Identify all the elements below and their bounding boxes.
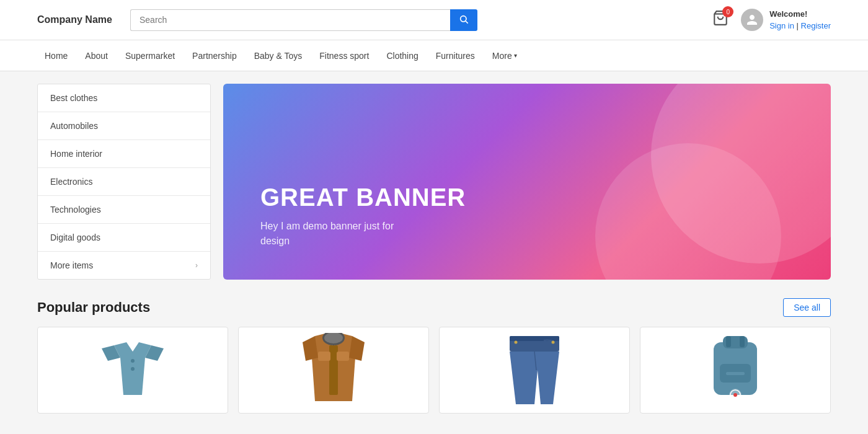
svg-rect-29	[740, 336, 745, 347]
product-card-1[interactable]	[37, 327, 228, 414]
nav-item-fitness[interactable]: Fitness sport	[312, 40, 376, 71]
nav-item-more[interactable]: More ▾	[485, 40, 525, 71]
search-button[interactable]	[450, 9, 477, 31]
category-sidebar: Best clothes Automobiles Home interior E…	[37, 84, 211, 280]
nav-item-supermarket[interactable]: Supermarket	[118, 40, 182, 71]
section-title: Popular products	[37, 299, 150, 316]
nav-item-baby-toys[interactable]: Baby & Toys	[247, 40, 310, 71]
avatar	[741, 9, 763, 31]
svg-line-1	[466, 21, 468, 24]
sign-in-link[interactable]: Sign in	[769, 21, 794, 30]
banner-text: GREAT BANNER Hey I am demo banner just f…	[260, 184, 466, 249]
svg-point-18	[515, 341, 518, 344]
see-all-button[interactable]: See all	[783, 298, 831, 317]
product-card-4[interactable]	[640, 327, 831, 414]
chevron-right-icon: ›	[195, 261, 198, 270]
products-grid	[37, 327, 831, 414]
svg-point-0	[461, 16, 466, 21]
user-section: Welcome! Sign in | Register	[741, 8, 831, 32]
search-bar	[130, 9, 477, 31]
header-right: 0 Welcome! Sign in | Register	[712, 8, 831, 32]
sidebar-item-label: Technologies	[50, 205, 101, 215]
product-image-shirt	[48, 337, 218, 403]
nav-item-partnership[interactable]: Partnership	[185, 40, 244, 71]
sidebar-item-label: More items	[50, 260, 93, 270]
header: Company Name 0	[0, 0, 868, 40]
sidebar-item-label: Best clothes	[50, 93, 97, 103]
svg-point-7	[131, 367, 135, 371]
sidebar-item-best-clothes[interactable]: Best clothes	[38, 84, 210, 112]
svg-rect-28	[726, 336, 731, 347]
popular-products-section: Popular products See all	[37, 298, 831, 414]
sidebar-item-automobiles[interactable]: Automobiles	[38, 112, 210, 140]
welcome-text: Welcome!	[769, 8, 831, 20]
sidebar-item-electronics[interactable]: Electronics	[38, 168, 210, 196]
main-nav: Home About Supermarket Partnership Baby …	[0, 40, 868, 71]
product-card-2[interactable]	[238, 327, 429, 414]
product-image-backpack	[650, 337, 820, 403]
nav-item-furnitures[interactable]: Furnitures	[428, 40, 482, 71]
svg-point-6	[131, 359, 135, 363]
svg-point-19	[552, 341, 555, 344]
product-image-jacket	[249, 337, 418, 403]
sidebar-item-label: Automobiles	[50, 121, 98, 131]
sidebar-item-label: Electronics	[50, 177, 92, 187]
svg-rect-11	[329, 345, 338, 395]
sidebar-item-label: Home interior	[50, 149, 102, 159]
user-text: Welcome! Sign in | Register	[769, 8, 831, 32]
search-input[interactable]	[130, 9, 450, 31]
svg-point-27	[733, 393, 737, 397]
nav-item-clothing[interactable]: Clothing	[379, 40, 425, 71]
section-header: Popular products See all	[37, 298, 831, 317]
hero-banner: GREAT BANNER Hey I am demo banner just f…	[223, 84, 831, 280]
sidebar-item-digital-goods[interactable]: Digital goods	[38, 224, 210, 252]
banner-subtitle: Hey I am demo banner just for design	[260, 219, 422, 249]
auth-links: Sign in | Register	[769, 20, 831, 32]
main-content: Best clothes Automobiles Home interior E…	[0, 71, 868, 426]
svg-rect-12	[318, 352, 330, 361]
sidebar-item-label: Digital goods	[50, 232, 100, 242]
register-link[interactable]: Register	[801, 21, 831, 30]
product-image-jeans	[450, 337, 619, 403]
hero-section: Best clothes Automobiles Home interior E…	[37, 84, 831, 280]
sidebar-item-home-interior[interactable]: Home interior	[38, 140, 210, 168]
cart-badge: 0	[722, 6, 733, 17]
banner-title: GREAT BANNER	[260, 184, 466, 211]
nav-item-about[interactable]: About	[78, 40, 115, 71]
chevron-down-icon: ▾	[514, 52, 517, 59]
sidebar-item-technologies[interactable]: Technologies	[38, 196, 210, 224]
product-card-3[interactable]	[439, 327, 630, 414]
svg-rect-24	[726, 372, 745, 375]
svg-rect-13	[337, 352, 349, 361]
logo: Company Name	[37, 14, 118, 25]
nav-item-home[interactable]: Home	[37, 40, 75, 71]
sidebar-item-more-items[interactable]: More items ›	[38, 252, 210, 279]
cart-button[interactable]: 0	[712, 10, 728, 30]
